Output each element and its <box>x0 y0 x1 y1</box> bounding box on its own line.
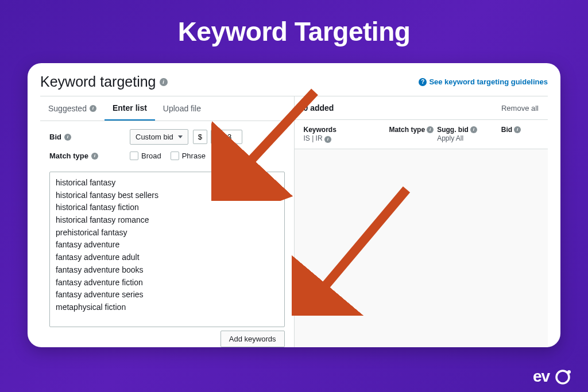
added-keywords-body <box>295 149 548 347</box>
bid-label: Bid i <box>49 133 130 141</box>
tab-upload-file[interactable]: Upload file <box>155 96 209 121</box>
column-headers: Keywords IS | IR i Match type i Sugg. bi… <box>295 120 548 149</box>
col-sugg: Sugg. bid i <box>437 126 501 134</box>
tab-enter-list-label: Enter list <box>113 103 147 112</box>
bid-amount-input[interactable]: 0.63 <box>211 130 242 144</box>
added-count: 0 added <box>304 103 334 112</box>
eva-logo: ev <box>533 367 573 386</box>
left-pane: Suggested i Enter list Upload file Bid <box>40 96 295 347</box>
checkbox-icon <box>130 152 138 160</box>
checkbox-broad[interactable]: Broad <box>130 152 161 160</box>
checkbox-phrase[interactable]: Phrase <box>171 152 206 160</box>
tabs: Suggested i Enter list Upload file <box>40 96 294 121</box>
guidelines-link[interactable]: ? See keyword targeting guidelines <box>419 77 548 86</box>
add-keywords-button[interactable]: Add keywords <box>220 331 285 347</box>
currency-symbol: $ <box>193 130 207 144</box>
tab-upload-file-label: Upload file <box>163 104 201 113</box>
checkbox-broad-label: Broad <box>141 152 161 160</box>
col-match: Match type i <box>389 126 437 134</box>
remove-all-button[interactable]: Remove all <box>501 104 539 112</box>
keywords-content: historical fantasy historical fantasy be… <box>50 172 284 327</box>
col-keywords-sub: IS | IR i <box>304 134 389 143</box>
bid-dropdown-value: Custom bid <box>136 133 173 141</box>
checkbox-icon <box>215 152 223 160</box>
col-sugg-sub: Apply All <box>437 134 501 142</box>
tab-suggested-label: Suggested <box>48 104 87 113</box>
svg-point-4 <box>567 370 571 374</box>
bid-dropdown[interactable]: Custom bid <box>130 129 188 145</box>
svg-text:ev: ev <box>533 367 551 385</box>
info-icon[interactable]: i <box>91 153 98 160</box>
keywords-textarea[interactable]: historical fantasy historical fantasy be… <box>49 172 285 327</box>
panel-header: Keyword targeting i ? See keyword target… <box>40 73 548 96</box>
help-icon: ? <box>419 78 427 86</box>
info-icon[interactable]: i <box>427 126 434 133</box>
checkbox-icon <box>171 152 179 160</box>
info-icon[interactable]: i <box>64 134 71 141</box>
checkbox-exact[interactable]: Exact <box>215 152 245 160</box>
info-icon[interactable]: i <box>324 136 331 143</box>
checkbox-exact-label: Exact <box>226 152 245 160</box>
match-type-label: Match type i <box>49 152 130 160</box>
tab-enter-list[interactable]: Enter list <box>105 96 155 121</box>
right-pane: 0 added Remove all Keywords IS | IR i Ma… <box>295 96 548 347</box>
page-title: Keyword Targeting <box>0 0 588 47</box>
col-bid: Bid i <box>501 126 539 134</box>
svg-point-3 <box>556 371 569 383</box>
info-icon[interactable]: i <box>470 126 477 133</box>
panel-heading: Keyword targeting <box>40 73 156 90</box>
info-icon: i <box>90 105 96 112</box>
info-icon[interactable]: i <box>514 126 521 133</box>
info-icon[interactable]: i <box>160 78 168 86</box>
col-keywords: Keywords <box>304 126 389 134</box>
tab-suggested[interactable]: Suggested i <box>40 96 105 121</box>
keyword-targeting-panel: Keyword targeting i ? See keyword target… <box>28 63 560 347</box>
chevron-down-icon <box>178 135 183 138</box>
checkbox-phrase-label: Phrase <box>182 152 206 160</box>
guidelines-link-text: See keyword targeting guidelines <box>429 77 548 86</box>
